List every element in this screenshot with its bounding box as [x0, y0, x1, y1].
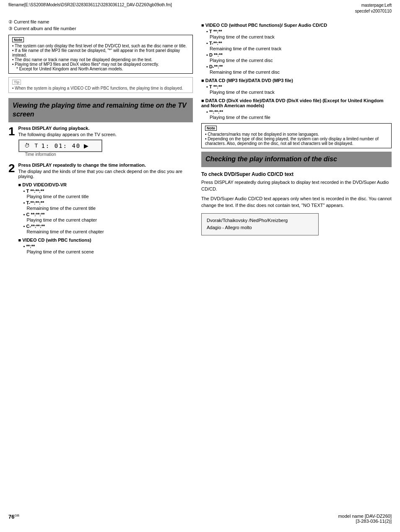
left-note-box: Note • The system can only display the f…: [8, 35, 193, 74]
vcd-pbc-item-0: • **:**: [23, 244, 193, 249]
datacd-mp3-desc-0: Playing time of the current track: [210, 90, 392, 95]
tip-box: Tip • When the system is playing a VIDEO…: [8, 77, 193, 93]
right-note-item-1: • Depending on the type of disc being pl…: [205, 137, 388, 146]
vcd-pbc-desc-0: Playing time of the current scene: [27, 249, 193, 254]
step1-title: Press DISPLAY during playback.: [18, 126, 117, 131]
right-para1: Press DISPLAY repeatedly during playback…: [201, 179, 392, 193]
divx-items: • **:**:** Playing time of the current f…: [201, 109, 392, 120]
note-item-3: • Playing time of MP3 files and DivX vid…: [12, 62, 189, 67]
page-number-area: 76GB: [8, 514, 19, 524]
right-note-box: Note • Characters/marks may not be displ…: [201, 123, 392, 148]
dvd-item-2: • C **:**:**: [23, 212, 193, 217]
step1-number: 1: [8, 126, 15, 137]
cd-display-box: Dvorak/Tchaikovsky /NedPho/Kreizberg Ada…: [201, 213, 319, 235]
tip-label: Tip: [12, 80, 21, 85]
vcd-nopbc-desc-2: Playing time of the current disc: [210, 58, 392, 63]
step2-row: 2 Press DISPLAY repeatedly to change the…: [8, 163, 193, 256]
cd-display-line1: Dvorak/Tchaikovsky /NedPho/Kreizberg: [207, 217, 313, 225]
time-display: 1: 01: 40: [41, 142, 81, 149]
subsec-datacd-mp3-header: DATA CD (MP3 file)/DATA DVD (MP3 file): [201, 78, 392, 83]
vcd-nopbc-desc-1: Remaining time of the current track: [210, 46, 392, 51]
left-note-label: Note: [12, 37, 24, 42]
vcd-nopbc-item-1: • T-**:**: [206, 41, 392, 46]
footer-model: model name [DAV-DZ260]: [338, 514, 392, 519]
dvd-items: • T **:**:** Playing time of the current…: [18, 189, 193, 234]
note-item-0: • The system can only display the first …: [12, 44, 189, 48]
vcd-nopbc-item-0: • T **:**: [206, 29, 392, 34]
display-box: ⏱ T 1: 01: 40 ▶: [18, 139, 102, 152]
dvd-item-3: • C-**:**:**: [23, 224, 193, 229]
vcd-nopbc-items: • T **:** Playing time of the current tr…: [201, 29, 392, 75]
subsec-vcd-pbc-header: VIDEO CD (with PBC functions): [18, 238, 193, 243]
masterpage: masterpage:Left: [355, 3, 392, 8]
dvd-desc-0: Playing time of the current title: [27, 194, 193, 199]
vcd-nopbc-item-3: • D-**:**: [206, 64, 392, 69]
subsec-vcd-nopbc-header: VIDEO CD (without PBC functions)/ Super …: [201, 23, 392, 28]
item3-line: ③ Current album and file number: [8, 26, 193, 31]
note-item-4: * Except for United Kingdom and North Am…: [16, 67, 189, 71]
sub-heading: To check DVD/Super Audio CD/CD text: [201, 171, 392, 177]
note-item-2: • The disc name or track name may not be…: [12, 57, 189, 62]
page-gb: GB: [14, 514, 19, 517]
left-note-items: • The system can only display the first …: [12, 44, 189, 71]
main-content: ② Current file name ③ Current album and …: [0, 15, 400, 276]
dvd-desc-1: Remaining time of the current title: [27, 206, 193, 211]
vcd-nopbc-item-2: • D **:**: [206, 52, 392, 57]
footer-part: [3-283-036-11(2)]: [338, 519, 392, 524]
step2-title: Press DISPLAY repeatedly to change the t…: [18, 163, 193, 168]
datacd-mp3-item-0: • T **:**: [206, 84, 392, 89]
step2-body: The display and the kinds of time that y…: [18, 169, 193, 179]
right-note-label: Note: [205, 126, 217, 131]
dvd-desc-2: Playing time of the current chapter: [27, 217, 193, 222]
datacd-mp3-items: • T **:** Playing time of the current tr…: [201, 84, 392, 95]
step1-row: 1 Press DISPLAY during playback. The fol…: [8, 126, 193, 158]
dvd-item-1: • T-**:**:**: [23, 200, 193, 205]
item3-text: ③ Current album and file number: [8, 26, 76, 31]
right-section-title: Checking the play information of the dis…: [205, 155, 337, 163]
step2-number: 2: [8, 163, 15, 174]
page-number: 76: [8, 514, 14, 520]
divx-item-0: • **:**:**: [206, 109, 392, 114]
right-section-header: Checking the play information of the dis…: [201, 152, 392, 167]
right-column: VIDEO CD (without PBC functions)/ Super …: [201, 19, 392, 260]
step1-body: The following display appears on the TV …: [18, 132, 117, 137]
t-label: T: [35, 142, 38, 149]
page-header: filename[E:\SS2008\Models\DSR2E\32830361…: [0, 0, 400, 15]
tip-item-0: • When the system is playing a VIDEO CD …: [12, 86, 189, 90]
dvd-item-0: • T **:**:**: [23, 189, 193, 194]
item2-text: ② Current file name: [8, 19, 49, 25]
subsec-dvd-header: DVD VIDEO/DVD-VR: [18, 182, 193, 187]
footer-right: model name [DAV-DZ260] [3-283-036-11(2)]: [338, 514, 392, 524]
right-para2: The DVD/Super Audio CD/CD text appears o…: [201, 195, 392, 209]
display-wrapper: ⏱ T 1: 01: 40 ▶ Time information: [18, 139, 117, 157]
item2-line: ② Current file name: [8, 19, 193, 25]
vcd-nopbc-desc-0: Playing time of the current track: [210, 34, 392, 39]
play-arrow-icon: ▶: [84, 142, 88, 149]
page-footer: 76GB model name [DAV-DZ260] [3-283-036-1…: [0, 514, 400, 524]
left-column: ② Current file name ③ Current album and …: [8, 19, 193, 260]
header-right: masterpage:Left specdef v20070110: [355, 3, 392, 14]
vcd-pbc-items: • **:** Playing time of the current scen…: [18, 244, 193, 254]
subsec-divx-header: DATA CD (DivX video file)/DATA DVD (DivX…: [201, 98, 392, 108]
note-item-1: • If a file name of the MP3 file cannot …: [12, 48, 189, 57]
cd-display-line2: Adagio - Allegro molto: [207, 224, 313, 232]
left-section-header: Viewing the playing time and remaining t…: [8, 98, 193, 122]
left-section-title: Viewing the playing time and remaining t…: [13, 102, 187, 118]
step2-content: Press DISPLAY repeatedly to change the t…: [18, 163, 193, 256]
vcd-nopbc-desc-3: Remaining time of the current disc: [210, 70, 392, 75]
dvd-desc-3: Remaining time of the current chapter: [27, 229, 193, 234]
divx-desc-0: Playing time of the current file: [210, 115, 392, 120]
step1-content: Press DISPLAY during playback. The follo…: [18, 126, 117, 158]
time-caption: Time information: [25, 152, 117, 157]
right-note-item-0: • Characters/marks may not be displayed …: [205, 132, 388, 137]
specdef: specdef v20070110: [355, 8, 392, 14]
filename: filename[E:\SS2008\Models\DSR2E\32830361…: [8, 3, 172, 14]
clock-icon: ⏱: [24, 142, 30, 149]
